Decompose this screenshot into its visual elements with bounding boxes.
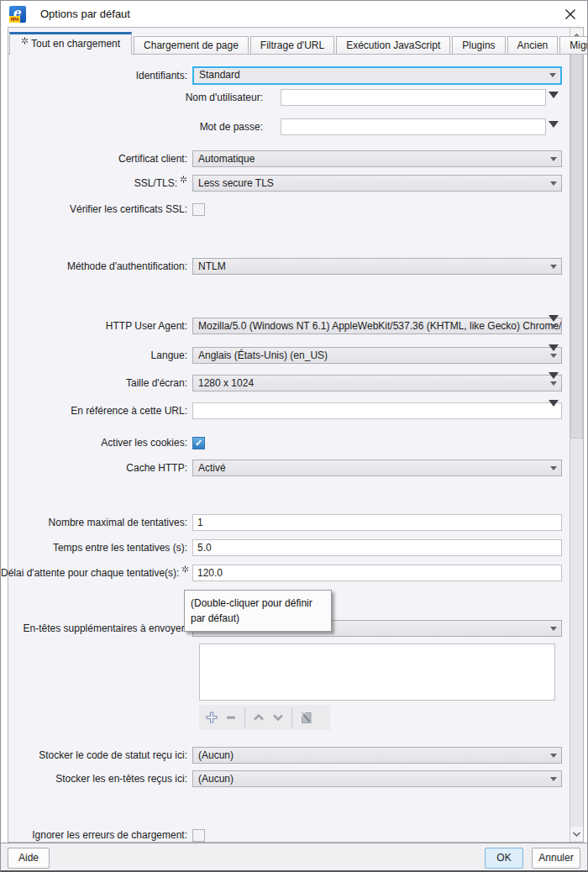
window-title: Options par défaut [40, 8, 130, 20]
label-certificat-client: Certificat client: [1, 150, 187, 167]
app-icon: e RPA [9, 6, 26, 23]
label-max-tentatives: Nombre maximal de tentatives: [1, 514, 187, 531]
dropdown-arrow-icon [550, 354, 557, 358]
move-up-icon[interactable] [252, 711, 265, 724]
scroll-down-icon[interactable] [570, 827, 583, 841]
headers-list-toolbar [199, 705, 330, 730]
tab-ancien[interactable]: Ancien [507, 36, 559, 55]
dropdown-arrow-icon [550, 381, 557, 386]
ok-button[interactable]: OK [485, 848, 523, 869]
store-headers-combobox[interactable]: (Aucun) [192, 770, 562, 787]
required-asterisk-icon [180, 171, 187, 188]
ignore-load-errors-checkbox[interactable] [192, 829, 205, 842]
langue-combobox[interactable]: Anglais (États-Unis) (en_US) [192, 347, 562, 364]
auth-method-combobox[interactable]: NTLM [192, 258, 562, 275]
dropdown-arrow-icon [550, 754, 557, 758]
options-dialog: e RPA Options par défaut Tout en chargem… [0, 0, 588, 872]
label-en-tetes-supplementaires: En-têtes supplémentaires à envoyer: [1, 620, 187, 637]
remove-icon[interactable] [224, 711, 238, 724]
label-ignorer-erreurs: Ignorer les erreurs de chargement: [1, 828, 187, 842]
label-taille-ecran: Taille d'écran: [1, 375, 187, 391]
close-icon[interactable] [562, 7, 579, 22]
extra-headers-list[interactable] [199, 643, 555, 701]
value-dropdown-icon[interactable] [549, 372, 559, 379]
ssl-tls-combobox[interactable]: Less secure TLS [192, 175, 562, 192]
label-stocker-statut: Stocker le code de statut reçu ici: [1, 747, 187, 764]
label-temps-tentatives: Temps entre les tentatives (s): [1, 539, 187, 556]
value-dropdown-icon[interactable] [549, 92, 559, 98]
toolbar-divider [244, 707, 245, 728]
dropdown-arrow-icon [550, 157, 557, 161]
referrer-url-field[interactable] [192, 402, 562, 419]
vertical-scrollbar[interactable] [570, 28, 583, 842]
label-cache-http: Cache HTTP: [1, 460, 187, 476]
certificat-client-combobox[interactable]: Automatique [192, 150, 562, 167]
label-stocker-en-tetes: Stocker les en-têtes reçus ici: [1, 770, 187, 787]
dropdown-arrow-icon [550, 324, 557, 328]
dropdown-arrow-icon [550, 181, 557, 186]
identifiants-combobox[interactable]: Standard [192, 66, 562, 85]
dropdown-arrow-icon [549, 73, 556, 77]
tab-migration[interactable]: Migration [559, 36, 588, 55]
max-attempts-field[interactable] [192, 514, 562, 531]
label-http-user-agent: HTTP User Agent: [1, 318, 187, 334]
tab-filtrage-url[interactable]: Filtrage d'URL [250, 36, 334, 55]
tab-strip: Tout en chargement Chargement de page Fi… [9, 32, 588, 55]
dropdown-arrow-icon [550, 777, 557, 781]
tab-execution-javascript[interactable]: Exécution JavaScript [336, 36, 450, 55]
value-dropdown-icon[interactable] [549, 400, 559, 407]
label-referrer-url: En référence à cette URL: [1, 402, 187, 419]
password-field[interactable] [281, 118, 546, 135]
required-asterisk-icon [181, 561, 189, 578]
label-identifiants: Identifiants: [1, 67, 187, 84]
cancel-button[interactable]: Annuler [532, 848, 580, 869]
value-dropdown-icon[interactable] [549, 121, 559, 128]
verify-ssl-checkbox[interactable] [192, 203, 205, 216]
required-asterisk-icon [21, 32, 29, 50]
add-icon[interactable] [205, 711, 218, 724]
title-bar: e RPA Options par défaut [1, 1, 587, 27]
value-dropdown-icon[interactable] [549, 344, 559, 351]
value-dropdown-icon[interactable] [549, 315, 559, 322]
label-delai-attente: Délai d'attente pour chaque tentative(s)… [1, 565, 187, 581]
label-langue: Langue: [1, 347, 187, 364]
dropdown-arrow-icon [550, 627, 557, 631]
timeout-field[interactable] [192, 565, 562, 581]
move-down-icon[interactable] [271, 711, 285, 724]
tab-tout-en-chargement[interactable]: Tout en chargement [9, 32, 132, 55]
cache-http-combobox[interactable]: Activé [192, 460, 562, 476]
tab-plugins[interactable]: Plugins [452, 36, 505, 55]
label-verifier-certificats: Vérifier les certificats SSL: [1, 202, 187, 216]
tab-chargement-de-page[interactable]: Chargement de page [134, 36, 249, 55]
label-nom-utilisateur: Nom d'utilisateur: [1, 89, 263, 106]
username-field[interactable] [281, 89, 546, 106]
enable-cookies-checkbox[interactable]: ✓ [192, 437, 205, 449]
button-bar: Aide OK Annuler [1, 843, 587, 872]
edit-icon[interactable] [299, 711, 312, 724]
retry-interval-field[interactable] [192, 539, 562, 556]
label-activer-cookies: Activer les cookies: [1, 436, 187, 449]
screen-size-combobox[interactable]: 1280 x 1024 [192, 375, 562, 391]
label-methode-auth: Méthode d'authentification: [1, 258, 187, 275]
dropdown-arrow-icon [550, 265, 557, 269]
label-mot-de-passe: Mot de passe: [1, 118, 263, 135]
user-agent-combobox[interactable]: Mozilla/5.0 (Windows NT 6.1) AppleWebKit… [192, 318, 562, 334]
tooltip: (Double-cliquer pour définir par défaut) [184, 590, 332, 632]
help-button[interactable]: Aide [8, 848, 50, 869]
scrollbar-thumb[interactable] [570, 44, 583, 439]
store-status-combobox[interactable]: (Aucun) [192, 747, 562, 764]
dropdown-arrow-icon [550, 466, 557, 470]
label-ssl-tls: SSL/TLS: [1, 175, 187, 192]
toolbar-divider [291, 707, 292, 728]
